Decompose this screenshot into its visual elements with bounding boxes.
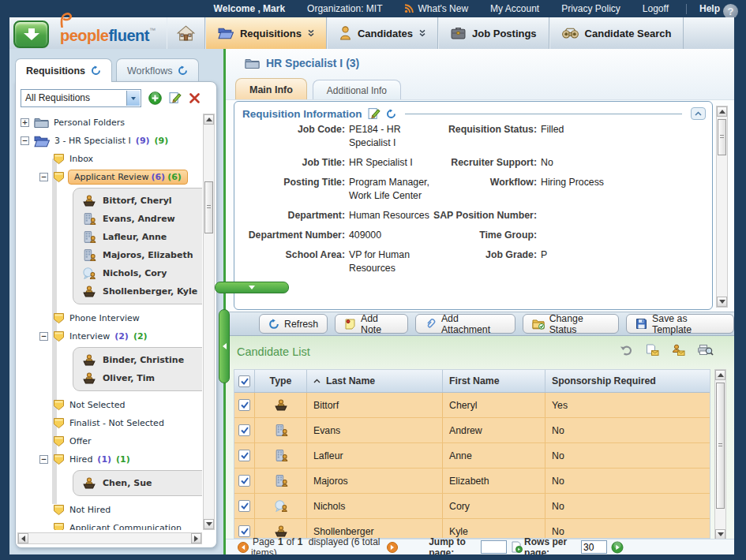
tree-stage-inbox[interactable]: Inbox <box>17 150 202 168</box>
tree-person-binder-christine[interactable]: Binder, Christine <box>73 351 202 369</box>
tree-person-bittorf-cheryl[interactable]: Bittorf, Cheryl <box>73 192 202 210</box>
table-vertical-scrollbar[interactable] <box>714 369 726 540</box>
previous-page-button[interactable] <box>238 542 249 553</box>
print-search-button[interactable] <box>697 344 714 356</box>
person-mail-button[interactable] <box>671 344 685 356</box>
select-dropdown-button[interactable] <box>126 91 140 106</box>
select-all-checkbox[interactable] <box>238 375 250 387</box>
sidebar-tab-workflows[interactable]: Workflows <box>116 58 199 82</box>
refresh-button[interactable]: Refresh <box>259 314 328 334</box>
tree-horizontal-scrollbar[interactable] <box>17 532 202 544</box>
scroll-up-button[interactable] <box>715 370 725 380</box>
column-header-last-name[interactable]: Last Name <box>307 370 443 392</box>
app-launcher-button[interactable] <box>13 21 49 48</box>
row-checkbox[interactable] <box>238 525 250 537</box>
tree-stage-finalist-not-selected[interactable]: Finalist - Not Selected <box>17 414 202 432</box>
save-as-template-button[interactable]: Save as Template <box>626 314 734 334</box>
delete-filter-button[interactable] <box>189 92 201 104</box>
tree-expander[interactable]: + <box>21 118 29 127</box>
refresh-icon[interactable] <box>91 65 101 76</box>
tree-person-lafleur-anne[interactable]: Lafleur, Anne <box>73 228 202 246</box>
section-splitter-handle[interactable] <box>215 282 289 293</box>
row-checkbox[interactable] <box>238 424 250 436</box>
candidate-row-bittorf[interactable]: Bittorf Cheryl Yes <box>234 393 710 418</box>
tree-folder-3-hr-specialist-i[interactable]: −3 - HR Specialist I (9)(9) <box>17 132 202 150</box>
next-page-button[interactable] <box>387 542 398 553</box>
edit-requisition-button[interactable] <box>368 107 380 120</box>
tree-person-shollenberger-kyle[interactable]: Shollenberger, Kyle <box>73 282 202 301</box>
row-checkbox[interactable] <box>238 399 250 411</box>
tree-folder-personal-folders[interactable]: +Personal Folders <box>17 114 202 132</box>
nav-candidates[interactable]: Candidates <box>327 17 438 49</box>
rows-per-page-input[interactable] <box>581 540 607 554</box>
collapse-section-button[interactable] <box>691 107 706 120</box>
column-header-sponsorship[interactable]: Sponsorship Required <box>545 370 710 392</box>
jump-go-icon[interactable] <box>511 541 523 553</box>
column-header-first-name[interactable]: First Name <box>443 370 545 392</box>
nav-job-postings[interactable]: Job Postings <box>438 17 549 49</box>
desk-icon <box>82 195 96 207</box>
tree-person-evans-andrew[interactable]: Evans, Andrew <box>73 210 202 228</box>
tree-person-oliver-tim[interactable]: Oliver, Tim <box>73 369 202 387</box>
row-checkbox[interactable] <box>238 475 250 487</box>
tree-expander[interactable]: − <box>21 136 29 145</box>
tree-stage-hired[interactable]: −Hired (1)(1) <box>17 450 202 469</box>
tree-person-nichols-cory[interactable]: Nichols, Cory <box>73 264 202 282</box>
tree-stage-offer[interactable]: Offer <box>17 432 202 450</box>
scroll-down-button[interactable] <box>204 519 214 529</box>
panel-vertical-scrollbar[interactable] <box>716 106 728 308</box>
tree-stage-phone-interview[interactable]: Phone Interview <box>17 309 202 327</box>
help-link[interactable]: Help <box>699 3 720 14</box>
tree-expander[interactable]: − <box>39 455 48 464</box>
row-checkbox[interactable] <box>238 450 250 461</box>
scrollbar-thumb[interactable] <box>204 181 213 233</box>
candidate-row-majoros[interactable]: Majoros Elizabeth No <box>234 469 710 494</box>
tree-stage-not-hired[interactable]: Not Hired <box>17 501 202 519</box>
privacy-policy-link[interactable]: Privacy Policy <box>561 3 620 14</box>
refresh-icon[interactable] <box>178 65 188 76</box>
tree-person-chen-sue[interactable]: Chen, Sue <box>73 474 202 492</box>
tree-expander[interactable]: − <box>39 332 48 341</box>
refresh-section-button[interactable] <box>386 109 396 119</box>
tab-main-info[interactable]: Main Info <box>235 78 307 101</box>
scroll-left-button[interactable] <box>18 533 28 543</box>
scrollbar-thumb[interactable] <box>718 119 726 155</box>
whats-new-link[interactable]: What's New <box>404 3 468 14</box>
tab-additional-info[interactable]: Additional Info <box>313 80 401 101</box>
add-attachment-button[interactable]: Add Attachment <box>415 314 515 334</box>
sidebar-tab-requisitions[interactable]: Requisitions <box>15 58 112 82</box>
requisition-filter-select[interactable]: All Requisitions <box>21 89 141 107</box>
scroll-up-button[interactable] <box>204 114 214 125</box>
undo-button[interactable] <box>620 345 633 356</box>
tree-vertical-scrollbar[interactable] <box>203 114 215 530</box>
change-status-button[interactable]: Change Status <box>523 314 619 334</box>
help-icon[interactable]: ? <box>723 4 738 19</box>
doc-mail-button[interactable] <box>645 344 659 356</box>
scroll-up-button[interactable] <box>717 106 727 117</box>
candidate-row-lafleur[interactable]: Lafleur Anne No <box>234 443 710 469</box>
rows-go-icon[interactable] <box>611 541 624 554</box>
column-header-type[interactable]: Type <box>255 370 307 392</box>
tree-expander[interactable]: − <box>39 173 48 181</box>
scroll-down-button[interactable] <box>717 297 727 307</box>
scrollbar-thumb[interactable] <box>716 383 725 509</box>
jump-to-page-input[interactable] <box>481 540 507 554</box>
edit-filter-button[interactable] <box>169 91 182 104</box>
logoff-link[interactable]: Logoff <box>643 3 669 14</box>
nav-requisitions[interactable]: Requisitions <box>205 17 327 49</box>
candidate-row-evans[interactable]: Evans Andrew No <box>234 418 710 443</box>
tree-person-majoros-elizabeth[interactable]: Majoros, Elizabeth <box>73 246 202 264</box>
add-note-button[interactable]: Add Note <box>335 314 408 334</box>
tree-stage-not-selected[interactable]: Not Selected <box>17 396 202 414</box>
tree-stage-applicant-communication[interactable]: Applicant Communication <box>17 519 202 530</box>
add-filter-button[interactable] <box>148 91 162 105</box>
tree-stage-interview[interactable]: −Interview (2)(2) <box>17 327 202 345</box>
scroll-right-button[interactable] <box>191 533 201 543</box>
row-checkbox[interactable] <box>238 500 250 512</box>
nav-home[interactable] <box>167 17 205 49</box>
my-account-link[interactable]: My Account <box>490 3 539 14</box>
tree-stage-applicant-review[interactable]: −Applicant Review (6)(6) <box>17 168 202 186</box>
nav-candidate-search[interactable]: Candidate Search <box>549 17 684 49</box>
sidebar-collapse-handle[interactable] <box>219 309 230 383</box>
candidate-row-nichols[interactable]: Nichols Cory No <box>234 494 710 519</box>
